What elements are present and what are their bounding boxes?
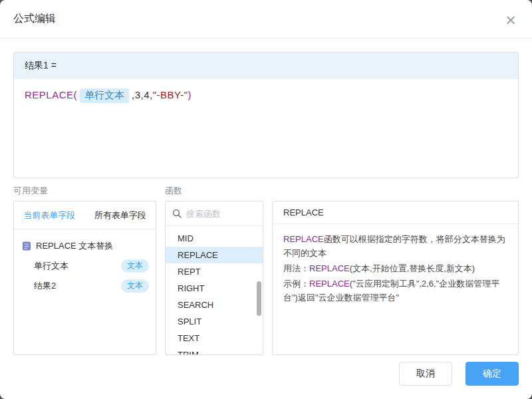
document-icon	[22, 241, 31, 251]
tree-field-item[interactable]: 单行文本 文本	[14, 256, 156, 276]
functions-panel: MID REPLACE REPT RIGHT SEARCH SPLIT TEXT…	[165, 201, 263, 355]
tree-field-item[interactable]: 结果2 文本	[14, 276, 156, 296]
formula-result-bar: 结果1 =	[14, 53, 518, 79]
functions-label: 函数	[165, 185, 271, 197]
function-list-item[interactable]: TRIM	[166, 346, 263, 355]
variables-label: 可用变量	[13, 185, 165, 197]
variables-tabs: 当前表单字段 所有表单字段	[14, 201, 156, 229]
tab-all-form-fields[interactable]: 所有表单字段	[85, 201, 156, 229]
variables-tree: REPLACE 文本替换 单行文本 文本 结果2 文本	[14, 229, 156, 303]
section-labels: 可用变量 函数	[13, 185, 519, 197]
function-usage: 用法：REPLACE(文本,开始位置,替换长度,新文本)	[283, 261, 507, 275]
function-example: 示例：REPLACE("云应用定制工具",2,6,"企业数据管理平台")返回"云…	[283, 277, 507, 305]
function-list-item[interactable]: SEARCH	[166, 297, 263, 313]
function-detail-title: REPLACE	[273, 201, 518, 224]
confirm-button[interactable]: 确定	[466, 362, 519, 386]
dialog-header: 公式编辑	[0, 0, 532, 39]
function-list-item[interactable]: MID	[166, 230, 263, 247]
formula-keyword-token: REPLACE(	[25, 89, 77, 100]
function-list-item[interactable]: SPLIT	[166, 313, 263, 330]
function-list-item[interactable]: TEXT	[166, 330, 263, 346]
field-name: 单行文本	[34, 260, 68, 272]
formula-field-chip[interactable]: 单行文本	[80, 88, 129, 103]
function-search-box[interactable]	[166, 201, 263, 226]
formula-close-paren-token: )	[188, 89, 192, 100]
function-list-item[interactable]: RIGHT	[166, 280, 263, 297]
function-list-item[interactable]: REPT	[166, 263, 263, 280]
formula-result-label: 结果1 =	[25, 60, 57, 72]
dialog-title: 公式编辑	[13, 12, 56, 26]
search-icon	[172, 209, 182, 218]
formula-editor[interactable]: 结果1 = REPLACE(单行文本,3,4,"-BBY-")	[13, 52, 519, 178]
function-description: REPLACE函数可以根据指定的字符数，将部分文本替换为不同的文本	[283, 232, 507, 260]
field-type-badge: 文本	[121, 279, 149, 293]
lower-panes: 当前表单字段 所有表单字段 REPLACE 文本替换 单行文本 文本	[13, 201, 519, 355]
tab-current-form-fields[interactable]: 当前表单字段	[14, 201, 85, 229]
function-search-input[interactable]	[186, 209, 256, 219]
formula-edit-dialog: 公式编辑 ✕ 结果1 = REPLACE(单行文本,3,4,"-BBY-") 可…	[0, 0, 532, 399]
function-detail-body: REPLACE函数可以根据指定的字符数，将部分文本替换为不同的文本 用法：REP…	[273, 224, 518, 313]
dialog-footer: 取消 确定	[399, 362, 519, 386]
function-detail-panel: REPLACE REPLACE函数可以根据指定的字符数，将部分文本替换为不同的文…	[272, 201, 519, 355]
function-list-item-selected[interactable]: REPLACE	[166, 247, 263, 263]
field-type-badge: 文本	[121, 259, 149, 273]
function-list-scrollbar[interactable]	[257, 281, 261, 316]
close-icon[interactable]: ✕	[501, 11, 520, 29]
tree-root-label: REPLACE 文本替换	[36, 240, 113, 252]
function-list: MID REPLACE REPT RIGHT SEARCH SPLIT TEXT…	[166, 226, 263, 355]
formula-string-token: "-BBY-"	[153, 89, 188, 100]
formula-args-token: ,3,4,	[132, 89, 153, 100]
tree-root-item[interactable]: REPLACE 文本替换	[14, 236, 156, 256]
cancel-button[interactable]: 取消	[399, 362, 452, 386]
field-name: 结果2	[34, 280, 56, 292]
formula-input-area[interactable]: REPLACE(单行文本,3,4,"-BBY-")	[14, 79, 518, 112]
variables-panel: 当前表单字段 所有表单字段 REPLACE 文本替换 单行文本 文本	[13, 201, 156, 355]
